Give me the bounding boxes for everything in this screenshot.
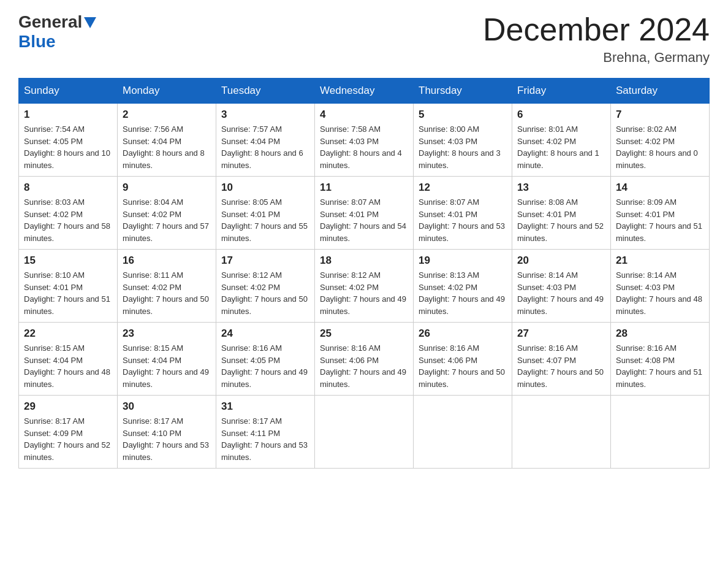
calendar-week-row: 1 Sunrise: 7:54 AMSunset: 4:05 PMDayligh… — [19, 104, 710, 177]
day-info: Sunrise: 8:17 AMSunset: 4:09 PMDaylight:… — [24, 416, 110, 462]
calendar-cell: 18 Sunrise: 8:12 AMSunset: 4:02 PMDaylig… — [315, 250, 414, 323]
day-number: 9 — [123, 182, 211, 194]
day-info: Sunrise: 7:57 AMSunset: 4:04 PMDaylight:… — [221, 124, 303, 170]
logo-blue-text: Blue — [18, 32, 56, 51]
day-info: Sunrise: 8:04 AMSunset: 4:02 PMDaylight:… — [123, 197, 209, 243]
day-number: 13 — [517, 182, 605, 194]
day-info: Sunrise: 7:54 AMSunset: 4:05 PMDaylight:… — [24, 124, 110, 170]
day-number: 10 — [221, 182, 309, 194]
day-info: Sunrise: 8:02 AMSunset: 4:02 PMDaylight:… — [616, 124, 698, 170]
col-friday: Friday — [512, 79, 611, 104]
calendar-cell — [414, 396, 512, 469]
svg-marker-0 — [84, 17, 96, 28]
calendar-cell: 2 Sunrise: 7:56 AMSunset: 4:04 PMDayligh… — [118, 104, 216, 177]
day-info: Sunrise: 8:14 AMSunset: 4:03 PMDaylight:… — [517, 270, 604, 316]
col-sunday: Sunday — [19, 79, 118, 104]
day-number: 2 — [123, 109, 211, 121]
col-wednesday: Wednesday — [315, 79, 414, 104]
calendar-cell: 10 Sunrise: 8:05 AMSunset: 4:01 PMDaylig… — [216, 177, 315, 250]
calendar-cell: 16 Sunrise: 8:11 AMSunset: 4:02 PMDaylig… — [118, 250, 216, 323]
day-number: 3 — [221, 109, 309, 121]
day-number: 19 — [419, 255, 507, 267]
day-number: 7 — [616, 109, 704, 121]
day-info: Sunrise: 8:00 AMSunset: 4:03 PMDaylight:… — [419, 124, 501, 170]
page-header: General Blue December 2024 Brehna, Germa… — [18, 12, 710, 66]
calendar-cell: 24 Sunrise: 8:16 AMSunset: 4:05 PMDaylig… — [216, 323, 315, 396]
calendar-cell: 15 Sunrise: 8:10 AMSunset: 4:01 PMDaylig… — [19, 250, 118, 323]
calendar-cell: 20 Sunrise: 8:14 AMSunset: 4:03 PMDaylig… — [512, 250, 611, 323]
day-number: 5 — [419, 109, 507, 121]
day-info: Sunrise: 8:09 AMSunset: 4:01 PMDaylight:… — [616, 197, 702, 243]
day-number: 25 — [320, 327, 408, 340]
calendar-cell: 23 Sunrise: 8:15 AMSunset: 4:04 PMDaylig… — [118, 323, 216, 396]
day-info: Sunrise: 7:58 AMSunset: 4:03 PMDaylight:… — [320, 124, 402, 170]
day-info: Sunrise: 8:16 AMSunset: 4:08 PMDaylight:… — [616, 343, 702, 389]
day-info: Sunrise: 8:11 AMSunset: 4:02 PMDaylight:… — [123, 270, 209, 316]
day-number: 6 — [517, 109, 605, 121]
day-info: Sunrise: 8:07 AMSunset: 4:01 PMDaylight:… — [419, 197, 505, 243]
day-number: 16 — [123, 255, 211, 267]
calendar-cell: 7 Sunrise: 8:02 AMSunset: 4:02 PMDayligh… — [611, 104, 710, 177]
day-number: 18 — [320, 255, 408, 267]
day-info: Sunrise: 8:16 AMSunset: 4:07 PMDaylight:… — [517, 343, 604, 389]
day-info: Sunrise: 8:15 AMSunset: 4:04 PMDaylight:… — [123, 343, 209, 389]
calendar-table: Sunday Monday Tuesday Wednesday Thursday… — [18, 78, 710, 469]
location-title: Brehna, Germany — [483, 50, 710, 66]
calendar-week-row: 8 Sunrise: 8:03 AMSunset: 4:02 PMDayligh… — [19, 177, 710, 250]
day-number: 11 — [320, 182, 408, 194]
calendar-cell: 19 Sunrise: 8:13 AMSunset: 4:02 PMDaylig… — [414, 250, 512, 323]
col-tuesday: Tuesday — [216, 79, 315, 104]
day-info: Sunrise: 8:17 AMSunset: 4:11 PMDaylight:… — [221, 416, 308, 462]
calendar-cell: 1 Sunrise: 7:54 AMSunset: 4:05 PMDayligh… — [19, 104, 118, 177]
day-number: 31 — [221, 400, 309, 413]
title-block: December 2024 Brehna, Germany — [483, 12, 710, 66]
day-info: Sunrise: 8:12 AMSunset: 4:02 PMDaylight:… — [221, 270, 308, 316]
calendar-cell: 12 Sunrise: 8:07 AMSunset: 4:01 PMDaylig… — [414, 177, 512, 250]
calendar-header-row: Sunday Monday Tuesday Wednesday Thursday… — [19, 79, 710, 104]
logo: General Blue — [18, 12, 96, 52]
day-number: 17 — [221, 255, 309, 267]
day-number: 12 — [419, 182, 507, 194]
logo-arrow-icon — [84, 17, 96, 28]
day-number: 1 — [24, 109, 112, 121]
day-number: 21 — [616, 255, 704, 267]
calendar-cell — [611, 396, 710, 469]
calendar-cell: 5 Sunrise: 8:00 AMSunset: 4:03 PMDayligh… — [414, 104, 512, 177]
calendar-cell: 21 Sunrise: 8:14 AMSunset: 4:03 PMDaylig… — [611, 250, 710, 323]
month-title: December 2024 — [483, 12, 710, 47]
calendar-cell: 9 Sunrise: 8:04 AMSunset: 4:02 PMDayligh… — [118, 177, 216, 250]
day-number: 26 — [419, 327, 507, 340]
day-number: 8 — [24, 182, 112, 194]
day-number: 20 — [517, 255, 605, 267]
day-info: Sunrise: 8:13 AMSunset: 4:02 PMDaylight:… — [419, 270, 505, 316]
day-info: Sunrise: 8:07 AMSunset: 4:01 PMDaylight:… — [320, 197, 406, 243]
day-number: 22 — [24, 327, 112, 340]
day-number: 15 — [24, 255, 112, 267]
day-number: 23 — [123, 327, 211, 340]
calendar-week-row: 29 Sunrise: 8:17 AMSunset: 4:09 PMDaylig… — [19, 396, 710, 469]
calendar-cell: 14 Sunrise: 8:09 AMSunset: 4:01 PMDaylig… — [611, 177, 710, 250]
day-number: 30 — [123, 400, 211, 413]
calendar-cell: 22 Sunrise: 8:15 AMSunset: 4:04 PMDaylig… — [19, 323, 118, 396]
day-info: Sunrise: 8:16 AMSunset: 4:05 PMDaylight:… — [221, 343, 308, 389]
calendar-cell: 25 Sunrise: 8:16 AMSunset: 4:06 PMDaylig… — [315, 323, 414, 396]
day-info: Sunrise: 8:16 AMSunset: 4:06 PMDaylight:… — [419, 343, 505, 389]
calendar-cell: 3 Sunrise: 7:57 AMSunset: 4:04 PMDayligh… — [216, 104, 315, 177]
calendar-cell: 28 Sunrise: 8:16 AMSunset: 4:08 PMDaylig… — [611, 323, 710, 396]
col-thursday: Thursday — [414, 79, 512, 104]
calendar-cell — [512, 396, 611, 469]
logo-general-text: General — [18, 12, 82, 32]
day-number: 24 — [221, 327, 309, 340]
day-info: Sunrise: 8:17 AMSunset: 4:10 PMDaylight:… — [123, 416, 209, 462]
day-info: Sunrise: 8:01 AMSunset: 4:02 PMDaylight:… — [517, 124, 599, 170]
calendar-cell: 26 Sunrise: 8:16 AMSunset: 4:06 PMDaylig… — [414, 323, 512, 396]
day-info: Sunrise: 7:56 AMSunset: 4:04 PMDaylight:… — [123, 124, 205, 170]
calendar-week-row: 22 Sunrise: 8:15 AMSunset: 4:04 PMDaylig… — [19, 323, 710, 396]
day-info: Sunrise: 8:16 AMSunset: 4:06 PMDaylight:… — [320, 343, 406, 389]
calendar-cell: 27 Sunrise: 8:16 AMSunset: 4:07 PMDaylig… — [512, 323, 611, 396]
day-number: 29 — [24, 400, 112, 413]
calendar-cell: 31 Sunrise: 8:17 AMSunset: 4:11 PMDaylig… — [216, 396, 315, 469]
calendar-cell: 11 Sunrise: 8:07 AMSunset: 4:01 PMDaylig… — [315, 177, 414, 250]
calendar-cell: 6 Sunrise: 8:01 AMSunset: 4:02 PMDayligh… — [512, 104, 611, 177]
calendar-cell: 4 Sunrise: 7:58 AMSunset: 4:03 PMDayligh… — [315, 104, 414, 177]
